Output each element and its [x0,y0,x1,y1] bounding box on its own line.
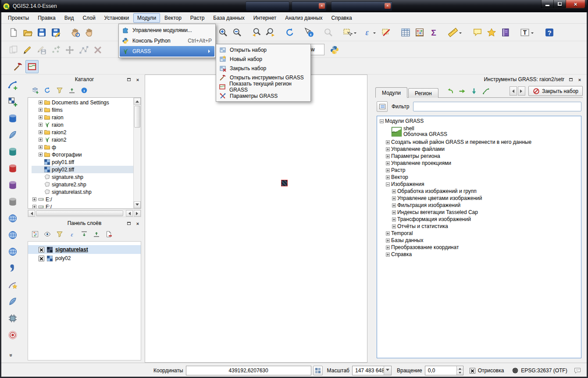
grass-tree-item[interactable]: Растр [379,167,579,174]
toolbar-button[interactable] [7,196,19,207]
grass-tree-item[interactable]: Трансформация изображений [379,216,579,223]
panel-toolbar-button[interactable] [30,86,40,96]
toolbar-button[interactable] [322,26,335,39]
float-panel-button[interactable] [125,76,132,83]
browser-tree-item[interactable]: signature.shp [32,173,133,181]
layer-item[interactable]: poly02 [28,254,141,263]
horizontal-scrollbar[interactable] [28,210,141,217]
tree-expander[interactable] [32,197,36,201]
toolbar-button[interactable] [7,296,19,307]
grass-tab[interactable]: Модули [375,87,407,98]
toolbar-button[interactable] [328,43,341,57]
crs-status-button[interactable]: EPSG:32637 (OTF) [512,367,567,374]
menu-bar-item[interactable]: Вид [60,13,78,23]
tree-expander[interactable] [386,154,390,158]
scale-combobox[interactable]: 147 483 648 [352,366,392,375]
scroll-down-button[interactable] [134,201,141,208]
menu-bar-item[interactable]: Установки [100,13,133,23]
grass-toolbar-button[interactable] [481,86,491,96]
toolbar-button[interactable] [91,43,104,57]
browser-tree-item[interactable]: F:/ [32,203,133,209]
toolbar-button[interactable] [471,26,484,39]
layers-panel-header[interactable]: Панель слоёв × [25,218,143,228]
browser-tree-item[interactable]: raion2 [32,128,133,136]
toolbar-button[interactable] [427,26,440,39]
grass-tree-item[interactable]: Управление проекциями [379,160,579,167]
tree-expander[interactable] [380,119,384,123]
menu-bar-item[interactable]: Проекты [4,13,33,23]
scroll-left-button[interactable] [28,210,35,217]
scrollbar-thumb[interactable] [134,106,140,128]
toolbar-button[interactable] [7,329,19,341]
toolbar-button[interactable] [21,43,34,57]
grass-tree-item[interactable]: Управление цветами изображений [379,195,579,202]
toolbar-button[interactable] [303,26,316,39]
panel-toolbar-button[interactable] [67,86,77,96]
browser-tree-item[interactable]: Фотографии [32,151,133,158]
tree-expander[interactable] [386,246,390,250]
browser-tree-item[interactable]: signature2.shp [32,181,133,188]
plugins-menu-item[interactable]: GRASS [120,46,214,57]
grass-tree-item[interactable]: Изображения [379,181,579,188]
tree-expander[interactable] [39,153,43,157]
browser-tree-item[interactable]: Documents and Settings [32,99,133,106]
toolbar-button[interactable] [7,262,19,274]
module-list-toggle-button[interactable] [377,101,388,112]
tree-expander[interactable] [39,100,43,104]
toolbar-button[interactable] [25,60,39,73]
close-panel-button[interactable]: × [134,220,141,227]
toolbar-button[interactable] [7,146,19,157]
tree-expander[interactable] [386,175,390,179]
menu-bar-item[interactable]: Справка [327,13,356,23]
tree-expander[interactable] [386,182,390,186]
grass-tree-item[interactable]: Преобразование координат [379,244,579,251]
panel-toolbar-button[interactable] [103,229,114,239]
toolbar-button[interactable] [283,26,296,39]
grass-tree-item[interactable]: Вектор [379,174,579,181]
menu-bar-item[interactable]: Интернет [249,13,281,23]
toolbar-button[interactable] [217,26,230,39]
grass-tab[interactable]: Регион [408,88,438,98]
plugins-menu-item[interactable]: Консоль Python Ctrl+Alt+P [120,36,214,46]
toolbar-button[interactable] [399,26,412,39]
grass-submenu-item[interactable]: Показать текущий регион GRASS [217,82,310,91]
panel-toolbar-button[interactable] [79,229,89,239]
panel-toolbar-button[interactable] [30,229,40,239]
browser-tree-item[interactable]: poly01.tiff [32,158,133,166]
toolbar-button[interactable] [485,26,498,39]
grass-tree-item[interactable]: Индексы вегетации Tasseled Cap [379,209,579,216]
grass-tree-item[interactable]: Отчёты и статистика [379,223,579,230]
toolbar-overflow-chevron-icon[interactable]: » [8,354,14,357]
filter-input[interactable] [413,102,581,111]
browser-tree-item[interactable]: raion [32,121,133,128]
coordinate-display-toggle-button[interactable] [313,366,323,375]
menu-bar-item[interactable]: Вектор [160,13,186,23]
grass-tree-item[interactable]: Базы данных [379,237,579,244]
toolbar-button[interactable] [21,26,34,39]
tree-expander[interactable] [386,168,390,172]
map-canvas[interactable] [145,75,367,363]
toolbar-button[interactable] [7,26,20,39]
menu-bar-item[interactable]: Правка [33,13,60,23]
panel-toolbar-button[interactable] [91,229,101,239]
toolbar-button[interactable] [7,162,19,174]
grass-tree-root[interactable]: Модули GRASS [379,118,579,125]
panel-toolbar-button[interactable] [67,229,77,239]
tree-expander[interactable] [386,161,390,165]
rotation-spinbox[interactable]: 0,0 [425,366,463,375]
grass-submenu-item[interactable]: Новый набор [217,54,310,64]
toolbar-button[interactable] [231,26,244,39]
toolbar-button[interactable] [380,26,393,39]
browser-panel-header[interactable]: Каталог × [25,75,143,84]
toolbar-button[interactable] [7,279,19,291]
close-panel-button[interactable]: × [576,76,583,83]
combo-arrow-icon[interactable] [384,366,391,375]
grass-tree-item[interactable]: Обработка изображений и групп [379,188,579,195]
toolbar-button[interactable] [341,26,360,39]
browser-tree-item[interactable]: ф [32,143,133,151]
tree-expander[interactable] [39,138,43,142]
browser-tree-item[interactable]: raion2 [32,136,133,143]
browser-tree-item[interactable]: poly02.tiff [32,166,133,173]
tree-expander[interactable] [386,253,390,257]
close-panel-button[interactable]: × [134,76,141,83]
